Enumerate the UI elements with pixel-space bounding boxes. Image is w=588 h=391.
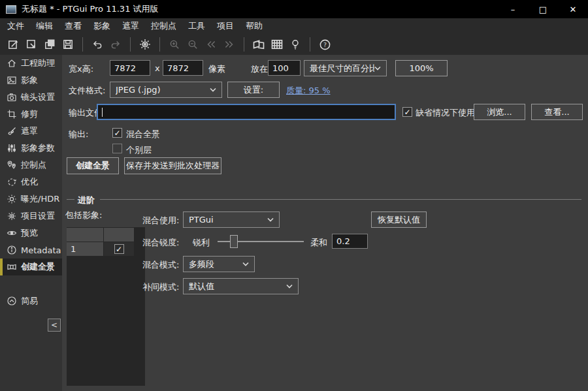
sidebar-item-label: Metadata [21,245,61,255]
sidebar-item-project-assistant[interactable]: 工程助理 [0,55,62,72]
interpolation-mode-dropdown[interactable]: 默认值 [183,278,299,294]
brush-icon [7,126,17,136]
table-header-cell [104,228,134,242]
sidebar-item-project-settings[interactable]: 项目设置 [0,208,62,225]
sidebar-item-metadata[interactable]: Metadata [0,242,62,258]
close-icon[interactable]: ✕ [558,0,588,18]
interpolation-mode-label: 补间模式: [142,281,179,293]
sidebar-item-label: 优化 [21,176,38,188]
view-button[interactable]: 查看... [531,104,583,120]
minimize-icon[interactable]: – [498,0,528,18]
batch-button-label: 保存并发送到批次处理器 [126,160,220,172]
help-icon[interactable]: ? [316,36,333,53]
use-default-checkbox[interactable]: ✓ [402,107,412,117]
map-pins-icon [7,160,17,170]
blend-sharpness-value: 0.2 [336,236,350,246]
width-value: 7872 [114,63,136,73]
menu-project[interactable]: 项目 [211,18,240,34]
blend-sharpness-label: 混合锐度: [142,237,179,249]
individual-layers-checkbox[interactable] [112,144,122,153]
zoom-out-icon [184,36,201,53]
sidebar-item-crop[interactable]: 修剪 [0,106,62,123]
blended-panorama-checkbox[interactable]: ✓ [112,128,122,138]
sidebar-item-lens-settings[interactable]: 镜头设置 [0,89,62,106]
file-format-label: 文件格式: [69,85,105,97]
fit-value-input[interactable]: 100 [268,60,301,76]
sidebar-item-mask[interactable]: 遮罩 [0,123,62,140]
new-project-icon[interactable] [5,36,22,53]
maximize-icon[interactable]: □ [528,0,558,18]
panorama-icon [7,262,17,272]
blend-using-dropdown[interactable]: PTGui [183,211,280,228]
chevron-down-icon [374,66,381,70]
set-100-percent-button[interactable]: 100% [395,60,448,76]
sidebar-item-preview[interactable]: 预览 [0,225,62,242]
sidebar-item-control-points[interactable]: 控制点 [0,157,62,174]
quality-link[interactable]: 质量: 95 % [286,85,331,97]
sidebar-item-optimizer[interactable]: 优化 [0,174,62,191]
sidebar-item-images[interactable]: 影象 [0,72,62,89]
light-bulb-icon[interactable] [287,36,304,53]
toolbar-separator [310,37,310,52]
undo-icon[interactable] [89,36,106,53]
text-caret [102,108,103,117]
output-file-input[interactable] [97,104,396,120]
menu-edit[interactable]: 编辑 [30,18,59,34]
send-to-batch-button[interactable]: 保存并发送到批次处理器 [124,157,221,174]
restore-defaults-button[interactable]: 恢复默认值 [371,211,427,228]
blend-using-value: PTGui [189,215,267,225]
menu-mask[interactable]: 遮罩 [116,18,145,34]
sidebar-item-label: 曝光/HDR [21,193,59,205]
image-icon [7,75,17,86]
menu-tools[interactable]: 工具 [182,18,211,34]
blend-mode-dropdown[interactable]: 多频段 [183,256,255,272]
chevron-down-icon [267,217,274,222]
height-input[interactable]: 7872 [163,60,203,76]
chevron-down-icon [210,87,216,92]
blend-sharpness-slider-handle[interactable] [230,235,238,248]
sidebar-item-label: 控制点 [21,159,46,171]
detail-viewer-icon[interactable] [269,36,286,53]
table-row-id-cell: 1 [67,242,103,256]
panorama-editor-icon[interactable] [250,36,267,53]
app-icon [6,5,16,14]
collapse-sidebar-button[interactable]: < [48,319,61,332]
menu-bar: 文件 编辑 查看 影象 遮罩 控制点 工具 项目 帮助 [0,18,588,34]
settings-gear-icon[interactable] [137,36,154,53]
sidebar-item-simple-mode[interactable]: 简易 [0,292,62,309]
restore-button-label: 恢复默认值 [378,214,420,226]
window-title: 无标题 * - PTGui Pro 11.31 试用版 [22,3,159,15]
sidebar-item-image-parameters[interactable]: 影象参数 [0,140,62,157]
fit-mode-value: 最佳尺寸的百分比 [310,63,374,74]
svg-text:?: ? [323,41,326,48]
menu-images[interactable]: 影象 [88,18,116,34]
toolbar-separator [130,37,131,52]
file-format-dropdown[interactable]: JPEG (.jpg) [110,82,222,98]
width-input[interactable]: 7872 [110,60,150,76]
save-icon[interactable] [59,36,76,53]
menu-view[interactable]: 查看 [59,18,88,34]
check-icon: ✓ [114,129,120,137]
create-panorama-button[interactable]: 创建全景 [67,157,119,174]
duplicate-icon[interactable] [41,36,58,53]
chevron-up-circle-icon [7,296,17,306]
crop-icon [7,109,17,119]
menu-help[interactable]: 帮助 [240,18,269,34]
menu-file[interactable]: 文件 [1,18,30,34]
toolbar-separator [159,37,160,52]
open-project-icon[interactable] [23,36,40,53]
include-images-table[interactable]: 1 ✓ [67,227,145,386]
sidebar-item-exposure-hdr[interactable]: 曝光/HDR [0,191,62,208]
sidebar: 工程助理 影象 镜头设置 修剪 遮罩 影象参数 控制点 优化 曝光/HDR 项目… [0,55,62,391]
menu-control-points[interactable]: 控制点 [145,18,182,34]
format-settings-button[interactable]: 设置: [227,82,280,98]
sun-icon [7,194,17,204]
browse-button[interactable]: 浏览... [474,104,525,120]
sidebar-item-create-panorama[interactable]: 创建全景 [0,258,62,275]
chevron-down-icon [286,284,293,289]
sharp-label: 锐利 [193,237,210,249]
fit-mode-dropdown[interactable]: 最佳尺寸的百分比 [304,60,387,76]
blend-sharpness-input[interactable]: 0.2 [332,234,368,249]
settings-button-label: 设置: [244,84,263,96]
include-image-checkbox[interactable]: ✓ [114,244,124,254]
